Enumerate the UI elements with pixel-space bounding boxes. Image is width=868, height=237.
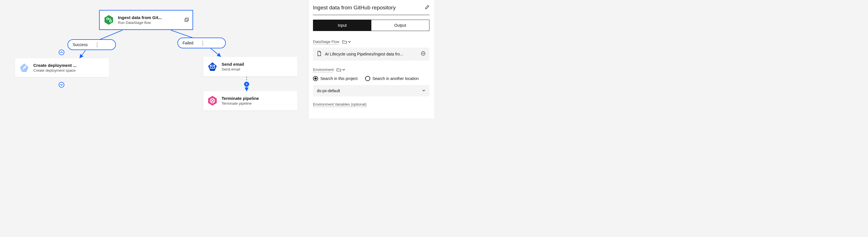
tab-output[interactable]: Output (371, 20, 429, 31)
panel-title: Ingest data from GitHub repository (313, 5, 396, 11)
node-create-deployment[interactable]: Create deployment ... Create deployment … (15, 58, 109, 77)
datastage-file-row[interactable]: AI Lifecycle using Pipelines/Ingest data… (313, 47, 429, 61)
edit-icon[interactable] (425, 5, 429, 10)
svg-line-3 (211, 48, 221, 57)
node-subtitle: Terminate pipeline (222, 101, 259, 106)
svg-marker-12 (208, 62, 217, 71)
node-subtitle: Run DataStage flow (118, 21, 162, 25)
branch-failed[interactable]: Failed ⋮ (178, 38, 226, 48)
node-subtitle: Create deployment space (33, 68, 76, 73)
datastage-file-name: AI Lifecycle using Pipelines/Ingest data… (325, 52, 403, 56)
branch-label: Failed (183, 41, 193, 45)
node-subtitle: Send email (222, 67, 244, 71)
radio-indicator (365, 76, 370, 81)
svg-rect-10 (186, 18, 188, 21)
kebab-icon[interactable]: ⋮ (200, 40, 205, 45)
environment-select[interactable]: ds-px-default (313, 85, 429, 97)
branch-success[interactable]: Success ⋮ (67, 39, 116, 50)
kebab-icon[interactable]: ⋮ (95, 42, 100, 47)
node-title: Send email (222, 62, 244, 67)
branch-label: Success (73, 42, 88, 47)
remove-icon[interactable] (421, 51, 426, 57)
io-tabs: Input Output (313, 20, 429, 31)
email-icon (207, 61, 218, 72)
collapse-up-button[interactable] (59, 49, 64, 55)
datastage-flow-label: DataStage Flow (313, 39, 351, 44)
terminate-icon (207, 95, 218, 106)
node-ingest[interactable]: Ingest data from Git... Run DataStage fl… (99, 10, 193, 30)
node-title: Create deployment ... (33, 63, 76, 68)
radio-search-project[interactable]: Search in this project (313, 76, 358, 81)
document-icon (317, 51, 321, 57)
pipeline-canvas[interactable]: Ingest data from Git... Run DataStage fl… (0, 0, 308, 118)
node-title: Terminate pipeline (222, 96, 259, 101)
header-rule (313, 15, 429, 15)
node-terminate[interactable]: Terminate pipeline Terminate pipeline (203, 91, 297, 110)
radio-search-other[interactable]: Search in another location (365, 76, 419, 81)
node-title: Ingest data from Git... (118, 15, 162, 20)
svg-marker-6 (104, 15, 113, 25)
properties-panel: Ingest data from GitHub repository Input… (308, 0, 434, 118)
tab-input[interactable]: Input (313, 20, 371, 31)
radio-indicator (313, 76, 318, 81)
add-node-button[interactable]: + (244, 82, 249, 87)
svg-rect-9 (185, 19, 188, 22)
folder-picker-icon[interactable] (337, 68, 345, 72)
svg-line-2 (171, 30, 194, 38)
chevron-down-icon (422, 89, 426, 93)
svg-line-0 (100, 30, 122, 39)
svg-line-1 (80, 50, 86, 58)
folder-picker-icon[interactable] (342, 40, 351, 44)
collapse-down-button[interactable] (59, 82, 64, 88)
flow-ref-icon[interactable] (184, 18, 189, 23)
env-vars-label: Environment Variables (optional) (313, 102, 367, 106)
datastage-icon (103, 14, 115, 26)
environment-label: Environment (313, 67, 345, 72)
node-send-email[interactable]: Send email Send email (203, 57, 297, 76)
rocket-icon (19, 62, 30, 73)
